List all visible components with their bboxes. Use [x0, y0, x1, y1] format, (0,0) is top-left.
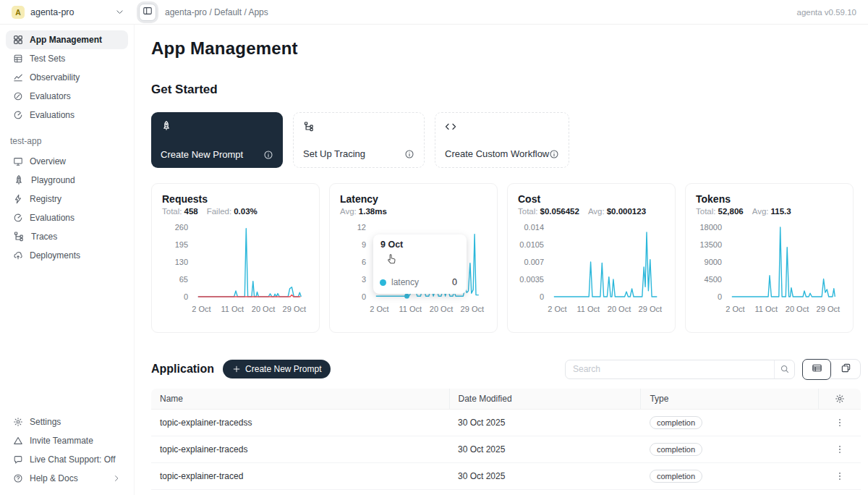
- kebab-menu-icon[interactable]: [835, 471, 845, 481]
- y-axis-tick: 3: [362, 275, 366, 284]
- hover-marker-dot: [404, 294, 409, 299]
- y-axis: 260195130650: [162, 223, 195, 300]
- breadcrumb[interactable]: agenta-pro / Default / Apps: [165, 7, 268, 17]
- chart-stat: Total:458: [162, 207, 198, 216]
- search-input[interactable]: [566, 364, 774, 374]
- sidebar-item-label: Help & Docs: [30, 473, 78, 483]
- sidebar-item-label: Registry: [30, 194, 61, 204]
- info-icon[interactable]: [263, 150, 273, 160]
- kebab-menu-icon[interactable]: [835, 444, 845, 454]
- y-axis-tick: 260: [175, 223, 188, 232]
- type-cell: completion: [641, 436, 818, 463]
- applications-table: NameDate ModifiedType topic-explainer-tr…: [151, 389, 861, 495]
- page-title: App Management: [151, 38, 861, 59]
- workspace-switcher[interactable]: A agenta-pro: [0, 6, 135, 19]
- grid-icon: [13, 35, 23, 45]
- table-row[interactable]: career-assessment 27 Oct 2025 completion: [151, 490, 861, 495]
- series-failed-line: [198, 295, 301, 297]
- observability-icon: [13, 72, 23, 82]
- chevron-down-icon: [115, 7, 124, 17]
- y-axis-tick: 0: [362, 292, 366, 301]
- traces-icon: [303, 121, 414, 132]
- chat-icon: [13, 454, 23, 465]
- info-icon[interactable]: [404, 149, 414, 159]
- x-axis: 2 Oct11 Oct20 Oct29 Oct: [550, 302, 660, 314]
- y-axis-tick: 13500: [699, 240, 722, 249]
- y-axis-tick: 195: [175, 240, 188, 249]
- traces-icon: [13, 231, 25, 242]
- chart-title: Tokens: [696, 193, 843, 205]
- type-cell: completion: [641, 490, 818, 495]
- table-row[interactable]: topic-explainer-traceds 30 Oct 2025 comp…: [151, 436, 861, 463]
- x-axis-tick: 29 Oct: [461, 305, 484, 313]
- table-row[interactable]: topic-explainer-tracedss 30 Oct 2025 com…: [151, 410, 861, 436]
- gear-icon[interactable]: [827, 394, 852, 404]
- app-name-cell: career-assessment: [151, 490, 449, 495]
- y-axis: 1800013500900045000: [696, 223, 728, 300]
- y-axis-tick: 0: [184, 292, 188, 301]
- x-axis-tick: 11 Oct: [755, 305, 778, 313]
- sidebar: App Management Test Sets Observability E…: [0, 25, 135, 495]
- view-toggle: [802, 359, 861, 379]
- type-badge: completion: [650, 416, 702, 429]
- sidebar-item-app-management[interactable]: App Management: [6, 30, 128, 49]
- y-axis-tick: 0.0035: [519, 275, 544, 284]
- sidebar-item-deployments[interactable]: Deployments: [6, 246, 128, 265]
- table-header-actions: [818, 389, 861, 410]
- get-started-card-create-custom-workflow[interactable]: Create Custom Workflow: [435, 112, 569, 168]
- sidebar-item-live-chat-support-off[interactable]: Live Chat Support: Off: [6, 450, 128, 469]
- get-started-card-label: Create New Prompt: [161, 149, 243, 160]
- x-axis-tick: 2 Oct: [726, 305, 744, 313]
- date-modified-cell: 30 Oct 2025: [449, 463, 641, 490]
- chart-card-cost: Cost Total:$0.056452Avg:$0.000123 0.0140…: [507, 183, 676, 333]
- kebab-menu-icon[interactable]: [835, 418, 845, 428]
- table-view-button[interactable]: [802, 359, 831, 380]
- y-axis-tick: 9000: [705, 258, 722, 266]
- table-row[interactable]: topic-explainer-traced 30 Oct 2025 compl…: [151, 463, 861, 490]
- sidebar-item-help-docs[interactable]: Help & Docs: [6, 469, 128, 488]
- get-started-card-create-new-prompt[interactable]: Create New Prompt: [151, 112, 283, 168]
- sidebar-item-label: Settings: [30, 417, 61, 427]
- y-axis: 129630: [340, 223, 373, 300]
- code-icon: [445, 121, 559, 132]
- x-axis-tick: 2 Oct: [192, 305, 210, 313]
- chart-stat: Total:$0.056452: [518, 207, 579, 216]
- card-view-button[interactable]: [831, 359, 860, 379]
- series-tokens-line: [732, 227, 835, 297]
- info-icon[interactable]: [549, 149, 559, 159]
- search-icon[interactable]: [774, 360, 794, 378]
- sidebar-item-playground[interactable]: Playground: [6, 171, 128, 190]
- sidebar-item-label: Evaluators: [30, 91, 71, 101]
- sidebar-item-evaluators[interactable]: Evaluators: [6, 87, 128, 106]
- get-started-card-label: Set Up Tracing: [303, 148, 365, 159]
- sidebar-toggle-button[interactable]: [139, 4, 156, 21]
- sidebar-item-settings[interactable]: Settings: [6, 412, 128, 431]
- invite-teammate-icon: [13, 436, 23, 446]
- y-axis-tick: 6: [362, 258, 366, 266]
- panel-icon: [142, 6, 153, 18]
- sidebar-item-invite-teammate[interactable]: Invite Teammate: [6, 431, 128, 450]
- chart-plot[interactable]: [550, 223, 660, 300]
- x-axis-tick: 20 Oct: [608, 305, 631, 313]
- workspace-name: agenta-pro: [30, 7, 74, 17]
- y-axis-tick: 0: [540, 292, 544, 301]
- create-new-prompt-button[interactable]: Create New Prompt: [223, 360, 331, 378]
- sidebar-item-overview[interactable]: Overview: [6, 152, 128, 171]
- card-view-icon: [841, 363, 851, 376]
- sidebar-item-evaluations[interactable]: Evaluations: [6, 208, 128, 227]
- table-header-date-modified: Date Modified: [449, 389, 641, 410]
- sidebar-item-evaluations[interactable]: Evaluations: [6, 106, 128, 124]
- chevron-right-icon: [112, 474, 121, 483]
- sidebar-item-label: Traces: [31, 232, 57, 242]
- sidebar-item-registry[interactable]: Registry: [6, 190, 128, 208]
- sidebar-item-observability[interactable]: Observability: [6, 68, 128, 87]
- sidebar-item-test-sets[interactable]: Test Sets: [6, 49, 128, 68]
- sidebar-item-traces[interactable]: Traces: [6, 227, 128, 246]
- get-started-card-set-up-tracing[interactable]: Set Up Tracing: [293, 112, 425, 168]
- y-axis-tick: 4500: [705, 275, 722, 284]
- chart-title: Requests: [162, 193, 309, 205]
- x-axis-tick: 2 Oct: [370, 305, 388, 313]
- chart-plot[interactable]: [728, 223, 838, 300]
- gear-icon: [13, 417, 23, 427]
- chart-plot[interactable]: [195, 223, 305, 300]
